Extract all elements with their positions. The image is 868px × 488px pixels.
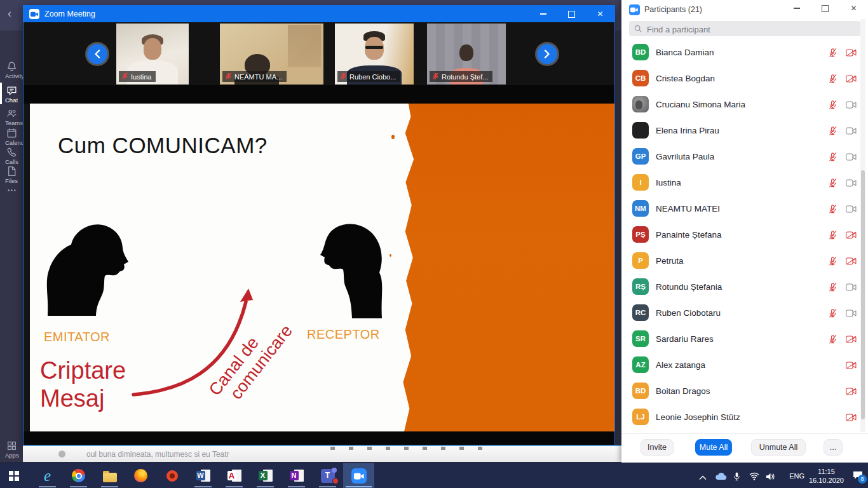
taskbar: eWAXNT ENG 11:1516.10.2020 8	[0, 463, 868, 488]
onedrive-icon[interactable]	[714, 471, 727, 483]
participant-row[interactable]: BDBianca Damian	[621, 39, 868, 65]
minimize-button[interactable]	[529, 6, 557, 22]
participant-status-icons	[828, 300, 857, 326]
camera-off-icon	[846, 414, 857, 421]
video-thumbnail[interactable]: Iustina	[116, 24, 189, 85]
participant-row[interactable]: RCRuben Ciobotaru	[621, 300, 868, 326]
scrollbar-thumb[interactable]	[861, 170, 865, 419]
unmute-all-button[interactable]: Unmute All	[751, 439, 806, 456]
back-icon[interactable]: ‹	[8, 8, 11, 19]
emitter-silhouette	[41, 219, 130, 316]
camera-off-icon	[846, 388, 857, 395]
microphone-icon[interactable]	[733, 471, 740, 484]
teams-compose-bar[interactable]: oul buna dimineata, multumesc si eu Teat…	[23, 445, 621, 462]
participant-row[interactable]: IIustina	[621, 170, 868, 196]
participant-status-icons	[828, 118, 857, 144]
participant-avatar: BD	[632, 383, 649, 399]
window-title: Zoom Meeting	[44, 10, 95, 18]
compose-text: oul buna dimineata, multumesc si eu Teat…	[86, 450, 229, 459]
participant-row[interactable]: AZAlex zatanga	[621, 352, 868, 378]
participant-row[interactable]: PPetruta	[621, 248, 868, 274]
participant-name: NEAMTU MA...	[234, 73, 282, 81]
scrollbar-track[interactable]	[860, 19, 865, 432]
participant-row[interactable]: CBCristea Bogdan	[621, 65, 868, 92]
paint-speck	[390, 254, 391, 257]
participant-row[interactable]: PȘPanainte Ștefana	[621, 222, 868, 248]
video-name-chip: Rotundu Ștef...	[430, 71, 492, 82]
search-input[interactable]	[646, 21, 858, 37]
camera-on-icon	[846, 127, 857, 135]
participant-name: Cristea Bogdan	[656, 74, 715, 83]
files-icon	[6, 166, 17, 177]
participant-row[interactable]: Elena Irina Pirau	[621, 118, 868, 144]
chevron-up-icon[interactable]	[699, 471, 707, 483]
participant-avatar: BD	[632, 44, 649, 60]
video-name-chip: NEAMTU MA...	[222, 71, 287, 82]
video-filmstrip: IustinaNEAMTU MA...Ruben Ciobo...Rotundu…	[24, 22, 614, 85]
zoom-titlebar[interactable]: Zoom Meeting ✕	[24, 6, 614, 22]
participant-row[interactable]: GPGavriluta Paula	[621, 144, 868, 170]
participant-name: Ruben Ciobo...	[349, 73, 396, 81]
participant-row[interactable]: BDBoitan Dragos	[621, 378, 868, 404]
apps-icon	[6, 440, 17, 451]
participant-status-icons	[828, 39, 857, 65]
participant-search[interactable]	[629, 21, 860, 36]
mute-all-button[interactable]: Mute All	[695, 439, 732, 456]
search-icon	[634, 25, 642, 32]
prev-videos-button[interactable]	[87, 44, 107, 64]
calendar-icon	[6, 128, 17, 139]
participant-name: Petruta	[656, 256, 684, 266]
participant-avatar: P	[632, 252, 649, 269]
participant-row[interactable]: SRSardariu Rares	[621, 326, 868, 352]
close-button[interactable]: ✕	[839, 0, 868, 17]
participant-avatar: RC	[632, 304, 649, 321]
participant-status-icons	[828, 170, 857, 196]
video-thumbnail[interactable]: Rotundu Ștef...	[427, 24, 506, 85]
camera-off-icon	[846, 362, 857, 369]
more-button[interactable]: ...	[824, 439, 843, 456]
mic-muted-icon	[828, 152, 837, 161]
clock[interactable]: 11:1516.10.2020	[809, 468, 844, 485]
participant-avatar	[632, 96, 649, 112]
video-thumbnail[interactable]: Ruben Ciobo...	[335, 24, 414, 85]
video-thumbnail[interactable]: NEAMTU MA...	[220, 24, 323, 85]
wifi-icon[interactable]	[749, 471, 759, 483]
slide-orange-accent	[401, 104, 614, 431]
participant-row[interactable]: RȘRotundu Ștefania	[621, 274, 868, 300]
mic-muted-icon	[828, 308, 837, 318]
zoom-camera-icon	[629, 4, 640, 15]
notification-badge: 8	[858, 475, 867, 484]
maximize-button[interactable]	[557, 6, 586, 22]
participant-avatar: AZ	[632, 356, 649, 373]
invite-button[interactable]: Invite	[641, 439, 674, 456]
minimize-button[interactable]	[782, 0, 811, 17]
participant-status-icons	[828, 65, 857, 92]
participant-avatar	[632, 122, 649, 139]
participant-name: Boitan Dragos	[656, 386, 710, 396]
criptare-mesaj-text: CriptareMesaj	[40, 356, 126, 412]
maximize-button[interactable]	[811, 0, 839, 17]
participants-titlebar[interactable]: Participants (21) ✕	[621, 0, 868, 19]
mic-muted-icon	[828, 74, 837, 83]
participants-title: Participants (21)	[644, 5, 702, 14]
mic-muted-icon	[828, 178, 837, 187]
canal-de-comunicare-text: Canal decomunicare	[206, 278, 322, 411]
participant-name: Rotundu Ștefania	[656, 282, 722, 292]
participant-status-icons	[828, 92, 857, 118]
participant-avatar: LJ	[632, 409, 649, 425]
receptor-label: RECEPTOR	[307, 327, 380, 342]
participant-row[interactable]: NMNEAMTU MATEI	[621, 196, 868, 222]
participant-avatar: PȘ	[632, 226, 649, 243]
volume-icon[interactable]	[766, 471, 775, 483]
participant-row[interactable]: Crucianu Simona Maria	[621, 92, 868, 118]
participant-row[interactable]: LJLeonie Josephin Stütz	[621, 404, 868, 430]
mic-muted-icon	[828, 126, 837, 135]
camera-on-icon	[846, 101, 857, 109]
close-button[interactable]: ✕	[586, 6, 614, 22]
participants-window: Participants (21) ✕ BDBianca DamianCBCri…	[621, 0, 868, 462]
language-indicator[interactable]: ENG	[789, 472, 804, 480]
participant-avatar: I	[632, 174, 649, 191]
camera-on-icon	[846, 205, 857, 213]
next-videos-button[interactable]	[537, 44, 557, 64]
mic-muted-icon	[432, 72, 439, 81]
